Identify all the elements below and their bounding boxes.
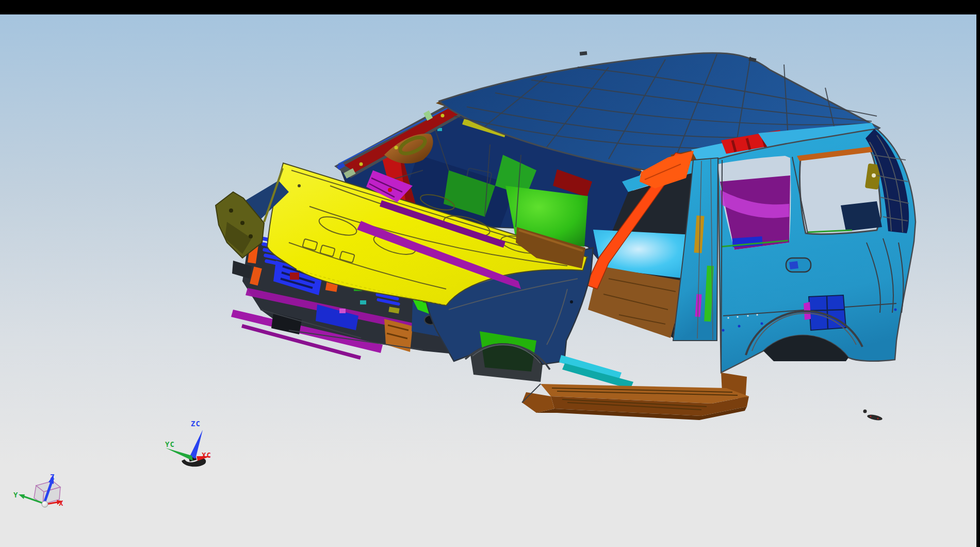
wcs-y-label: YC <box>165 440 175 448</box>
graphics-window: ZC YC XC Z Y X <box>0 0 980 547</box>
right-frame-bar <box>976 0 980 547</box>
datum-y-label: Y <box>13 491 18 499</box>
datum-z-label: Z <box>50 473 55 481</box>
top-frame-bar <box>0 0 980 14</box>
wcs-z-label: ZC <box>191 420 201 428</box>
cad-viewport: ZC YC XC Z Y X <box>0 0 980 547</box>
datum-x-label: X <box>59 499 63 507</box>
wcs-x-label: XC <box>202 451 211 459</box>
body-side-rear[interactable] <box>718 129 916 373</box>
datum-origin-ball[interactable] <box>42 501 48 507</box>
